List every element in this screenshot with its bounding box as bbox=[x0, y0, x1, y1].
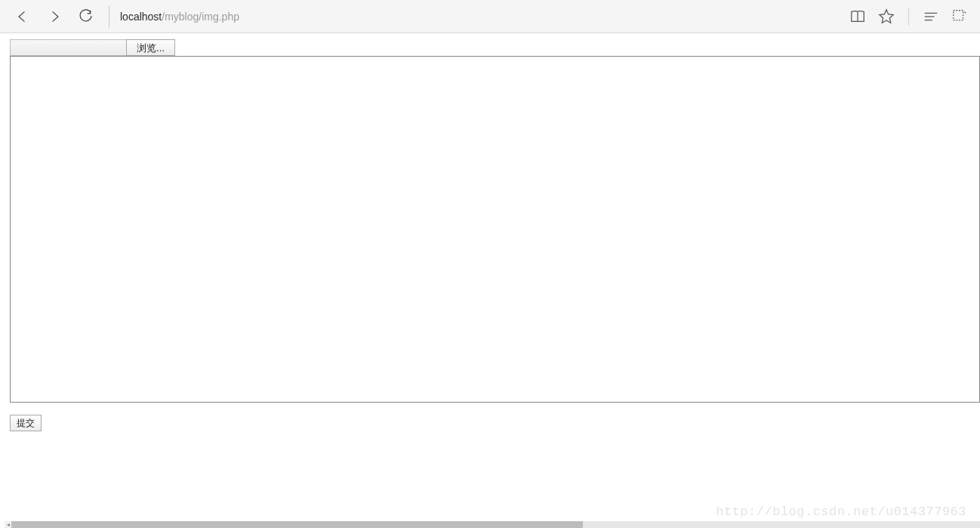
book-icon bbox=[849, 8, 866, 25]
content-textarea[interactable] bbox=[10, 56, 980, 403]
submit-button[interactable]: 提交 bbox=[10, 415, 42, 431]
reading-view-button[interactable] bbox=[848, 7, 868, 26]
horizontal-scrollbar[interactable]: ◂ bbox=[5, 521, 980, 528]
back-button[interactable] bbox=[14, 8, 32, 26]
notes-button[interactable] bbox=[950, 7, 969, 26]
menu-lines-icon bbox=[923, 8, 939, 25]
refresh-icon bbox=[79, 9, 94, 24]
browse-button[interactable]: 浏览... bbox=[126, 39, 175, 56]
watermark-text: http://blog.csdn.net/u014377963 bbox=[716, 505, 966, 519]
toolbar-separator bbox=[109, 5, 109, 28]
hub-button[interactable] bbox=[921, 7, 941, 26]
scroll-track[interactable] bbox=[11, 521, 980, 528]
star-icon bbox=[878, 8, 895, 25]
favorite-button[interactable] bbox=[877, 7, 896, 26]
file-input-row: 浏览... bbox=[10, 39, 970, 56]
svg-rect-3 bbox=[954, 10, 963, 20]
arrow-right-icon bbox=[47, 9, 62, 24]
browser-toolbar: localhost/myblog/img.php bbox=[0, 0, 980, 33]
address-bar[interactable]: localhost/myblog/img.php bbox=[120, 0, 848, 32]
address-path: /myblog/img.php bbox=[162, 11, 239, 23]
nav-buttons bbox=[8, 8, 95, 26]
note-pen-icon bbox=[951, 8, 968, 25]
file-name-field[interactable] bbox=[10, 39, 126, 56]
submit-row: 提交 bbox=[10, 415, 970, 431]
refresh-button[interactable] bbox=[77, 8, 95, 26]
address-host: localhost bbox=[120, 11, 162, 23]
page-content: 浏览... 提交 bbox=[0, 33, 980, 431]
scroll-left-arrow-icon[interactable]: ◂ bbox=[5, 521, 11, 528]
arrow-left-icon bbox=[15, 9, 30, 24]
forward-button[interactable] bbox=[45, 8, 63, 26]
scroll-thumb[interactable] bbox=[11, 521, 583, 528]
toolbar-right-separator bbox=[908, 8, 909, 26]
toolbar-right-icons bbox=[848, 7, 972, 26]
